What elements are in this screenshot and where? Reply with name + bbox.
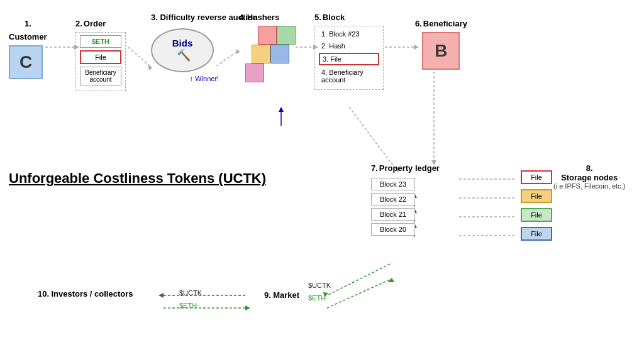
auction-ellipse: Bids 🔨	[151, 28, 214, 72]
flow-uctk-up: $UCTK	[308, 282, 331, 289]
ledger-title: Property ledger	[379, 163, 440, 173]
hashers-section: 4. Hashers	[239, 13, 296, 82]
block-items: 1. Block #23 2. Hash 3. File 4. Benefici…	[314, 26, 384, 90]
ledger-block-22: Block 22	[371, 193, 415, 206]
svg-marker-31	[158, 293, 164, 298]
order-file: File	[80, 50, 121, 64]
storage-number: 8.	[553, 163, 625, 173]
flow-eth-down: $ETH	[308, 294, 326, 302]
order-items: $ETH File Beneficiary account	[75, 32, 126, 91]
svg-line-2	[128, 47, 150, 66]
order-label: 2.	[75, 19, 82, 28]
file-box-21: File	[521, 208, 552, 222]
market-number: 9.	[264, 290, 271, 300]
svg-line-28	[327, 280, 390, 308]
customer-label: 1.	[9, 19, 47, 28]
ledger-section: 7. Property ledger Block 23 Block 22 Blo…	[371, 163, 440, 236]
svg-marker-29	[388, 278, 394, 282]
storage-title: Storage nodes	[553, 173, 625, 182]
block-item-1: 1. Block #23	[319, 29, 379, 39]
page-title: Unforgeable Costliness Tokens (UCTK)	[9, 170, 266, 188]
investors-title: Investors / collectors	[51, 289, 133, 299]
hasher-green	[277, 26, 296, 45]
ledger-number: 7.	[371, 163, 378, 173]
storage-section: 8. Storage nodes (i.e IPFS, Filecoin, et…	[553, 163, 625, 190]
svg-line-12	[349, 107, 396, 170]
bids-text: Bids	[172, 38, 193, 48]
investors-section: 10. Investors / collectors	[38, 289, 133, 299]
hasher-red	[258, 26, 277, 45]
hasher-blue	[270, 45, 289, 63]
storage-subtitle: (i.e IPFS, Filecoin, etc.)	[553, 182, 625, 190]
block-item-3: 3. File	[319, 53, 379, 65]
ledger-block-21: Block 21	[371, 208, 415, 221]
flow-uctk-left: $UCTK	[179, 289, 202, 297]
investors-number: 10.	[38, 289, 49, 299]
market-section: 9. Market	[264, 290, 299, 300]
hasher-yellow	[252, 45, 270, 63]
svg-line-26	[327, 264, 390, 295]
order-eth: $ETH	[80, 35, 121, 48]
file-box-23: File	[521, 170, 552, 184]
block-item-2: 2. Hash	[319, 41, 379, 51]
hashers-title: Hashers	[247, 13, 279, 22]
file-box-22: File	[521, 189, 552, 203]
block-item-4: 4. Beneficiary account	[319, 67, 379, 85]
svg-marker-25	[279, 107, 284, 112]
ledger-blocks: Block 23 Block 22 Block 21 Block 20	[371, 178, 440, 236]
order-title: Order	[84, 19, 106, 28]
block-title: Block	[323, 13, 345, 22]
customer-section: 1. Customer C	[9, 19, 47, 79]
winner-arrow-icon: ↑	[190, 75, 194, 82]
flow-eth-right: $ETH	[179, 302, 197, 309]
ledger-block-23: Block 23	[371, 178, 415, 190]
customer-icon: C	[9, 45, 43, 79]
block-number: 5.	[314, 13, 321, 22]
beneficiary-title: Beneficiary	[423, 19, 467, 28]
file-box-20: File	[521, 227, 552, 241]
diagram: { "sections": { "customer": { "number": …	[0, 0, 644, 362]
block-section: 5. Block 1. Block #23 2. Hash 3. File 4.…	[314, 13, 384, 90]
hammer-icon: 🔨	[177, 48, 191, 62]
ledger-block-20: Block 20	[371, 223, 415, 236]
market-title: Market	[273, 290, 299, 300]
order-beneficiary: Beneficiary account	[80, 67, 121, 85]
customer-title: Customer	[9, 32, 47, 41]
beneficiary-icon: B	[422, 32, 460, 70]
beneficiary-section: 6. Beneficiary B	[415, 19, 467, 70]
svg-marker-33	[245, 305, 250, 310]
hashers-number: 4.	[239, 13, 246, 22]
hasher-pink	[245, 63, 264, 82]
order-section: 2. Order $ETH File Beneficiary account	[75, 19, 126, 91]
beneficiary-number: 6.	[415, 19, 422, 28]
hashers-grid	[239, 26, 296, 82]
